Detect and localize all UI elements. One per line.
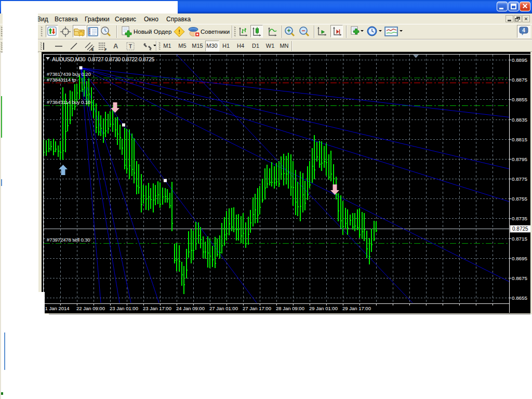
svg-text:#73817439 buy 0.20: #73817439 buy 0.20: [47, 71, 91, 77]
svg-text:#73972478 sell 0.30: #73972478 sell 0.30: [47, 237, 90, 243]
svg-text:0.8815: 0.8815: [512, 137, 528, 142]
svg-text:0.8755: 0.8755: [512, 196, 528, 202]
svg-text:0.8655: 0.8655: [512, 295, 528, 301]
svg-text:28 Jan 09:00: 28 Jan 09:00: [276, 305, 304, 311]
svg-text:0.8775: 0.8775: [512, 176, 528, 182]
svg-text:AUDUSD,M30 0.8727 0.8730 0.87: AUDUSD,M30 0.8727 0.8730 0.8722 0.8725: [52, 56, 155, 62]
svg-text:29 Jan 17:00: 29 Jan 17:00: [342, 305, 371, 311]
svg-text:22 Jan 09:00: 22 Jan 09:00: [76, 305, 105, 311]
svg-text:0.8735: 0.8735: [512, 216, 528, 221]
svg-text:0.8695: 0.8695: [512, 256, 528, 261]
svg-text:24 Jan 09:00: 24 Jan 09:00: [176, 305, 205, 311]
svg-text:27 Jan 01:00: 27 Jan 01:00: [209, 305, 238, 311]
svg-text:#73843114 buy 0.10: #73843114 buy 0.10: [47, 99, 91, 105]
svg-text:0.8795: 0.8795: [512, 156, 528, 162]
svg-text:29 Jan 01:00: 29 Jan 01:00: [309, 305, 338, 311]
svg-text:0.8715: 0.8715: [512, 236, 528, 242]
svg-text:1 Jan 2014: 1 Jan 2014: [45, 305, 70, 311]
svg-text:23 Jan 01:00: 23 Jan 01:00: [110, 305, 138, 311]
svg-text:0.8725: 0.8725: [512, 226, 528, 232]
svg-text:0.8855: 0.8855: [512, 97, 528, 102]
svg-text:23 Jan 17:00: 23 Jan 17:00: [143, 305, 171, 311]
svg-text:0.8675: 0.8675: [512, 275, 528, 281]
svg-text:0.8875: 0.8875: [512, 77, 528, 83]
svg-text:0.8895: 0.8895: [512, 57, 528, 63]
svg-text:0.8835: 0.8835: [512, 117, 528, 123]
svg-text:27 Jan 17:00: 27 Jan 17:00: [243, 305, 271, 311]
svg-text:#73843114 tp: #73843114 tp: [47, 77, 76, 83]
